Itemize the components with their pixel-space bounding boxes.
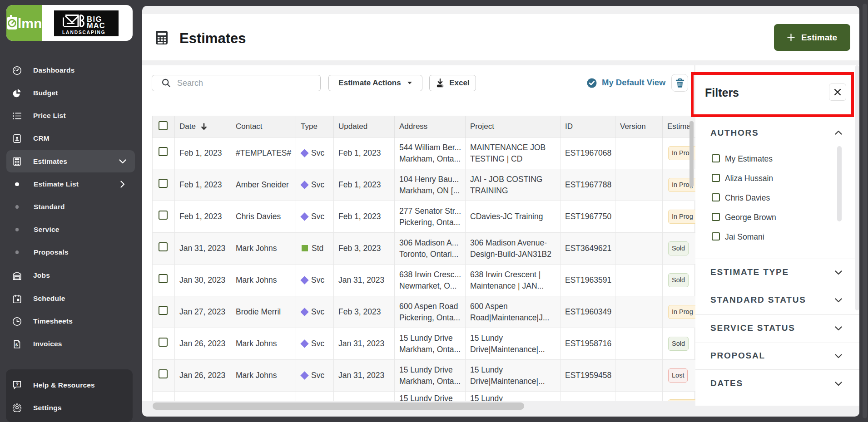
svg-text:lmn: lmn [18,16,41,31]
svg-text:LANDSCAPING: LANDSCAPING [62,30,106,35]
svg-text:$: $ [15,342,18,347]
svg-text:MAC: MAC [87,21,105,29]
svg-text:?: ? [15,382,18,387]
